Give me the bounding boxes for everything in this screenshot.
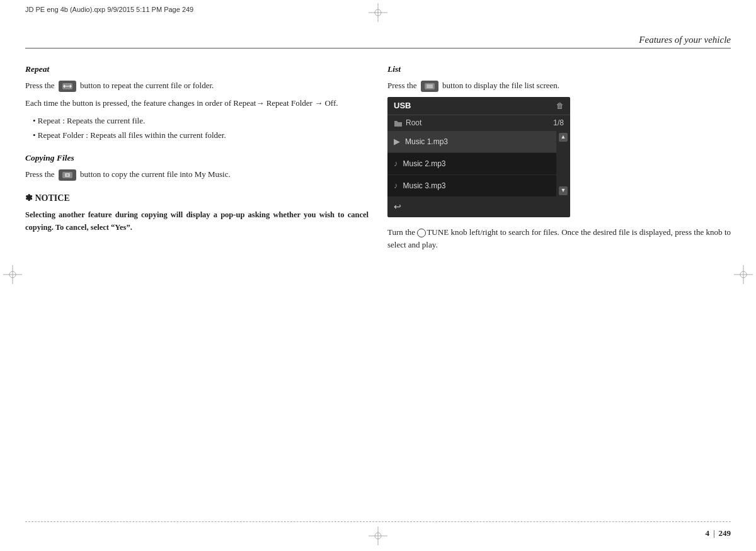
usb-file-list: ▶ Music 1.mp3 ♪ Music 2.mp3 ♪ Music 3.mp… — [387, 131, 570, 197]
right-column: List Press the button to display the fil… — [387, 63, 731, 507]
copy-button-icon — [59, 169, 76, 181]
copying-heading: Copying Files — [25, 152, 369, 165]
usb-bottom-bar: ↩ — [387, 197, 570, 217]
list-para1: Press the button to display the file lis… — [387, 79, 731, 92]
page-number: 4 | 249 — [705, 528, 731, 538]
copying-para: Press the button to copy the current fil… — [25, 168, 369, 181]
usb-item-2-name: Music 2.mp3 — [403, 158, 446, 170]
usb-count: 1/8 — [553, 117, 564, 129]
repeat-para1-prefix: Press the — [25, 81, 55, 90]
list-para2-prefix: Turn the — [387, 227, 415, 237]
list-para2: Turn the TUNE knob left/right to search … — [387, 226, 731, 251]
list-heading: List — [387, 63, 731, 76]
tune-label: TUNE — [427, 227, 449, 237]
repeat-para1: Press the button to repeat the current f… — [25, 79, 369, 92]
notice-body: Selecting another feature during copying… — [25, 208, 369, 234]
repeat-heading: Repeat — [25, 63, 369, 76]
section-title: Features of your vehicle — [639, 35, 731, 45]
repeat-bullets: • Repeat : Repeats the current file. • R… — [33, 115, 369, 142]
usb-folder-name: Root — [394, 117, 421, 129]
repeat-button-icon — [59, 81, 76, 92]
usb-item-3-name: Music 3.mp3 — [403, 180, 446, 192]
list-para1-prefix: Press the — [387, 81, 417, 90]
usb-screen: USB 🗑 Root 1/8 ▶ Music 1.mp3 — [387, 97, 570, 217]
crosshair-left — [3, 265, 22, 287]
page-num: 249 — [719, 528, 731, 538]
usb-item-3: ♪ Music 3.mp3 — [387, 175, 570, 197]
doc-header: JD PE eng 4b (Audio).qxp 9/9/2015 5:11 P… — [25, 5, 731, 14]
scroll-down-arrow: ▼ — [559, 186, 568, 195]
footer: 4 | 249 — [25, 521, 731, 538]
usb-top-bar: USB 🗑 — [387, 97, 570, 115]
notice-section: ✽ NOTICE Selecting another feature durin… — [25, 191, 369, 234]
chapter-number: 4 — [705, 528, 709, 538]
section-header: Features of your vehicle — [25, 35, 731, 48]
repeat-para2: Each time the button is pressed, the fea… — [25, 97, 369, 110]
page-separator: | — [713, 528, 715, 538]
copying-text: button to copy the current file into My … — [80, 169, 231, 179]
usb-label: USB — [394, 99, 411, 112]
usb-item-1-name: Music 1.mp3 — [405, 136, 448, 148]
doc-info: JD PE eng 4b (Audio).qxp 9/9/2015 5:11 P… — [25, 5, 193, 14]
main-content: Repeat Press the button to repeat the cu… — [25, 63, 731, 507]
list-button-icon — [421, 81, 438, 92]
usb-item-2: ♪ Music 2.mp3 — [387, 153, 570, 175]
playing-icon: ▶ — [394, 135, 400, 148]
usb-item-1: ▶ Music 1.mp3 — [387, 131, 570, 153]
notice-heading: ✽ NOTICE — [25, 191, 369, 205]
music-icon-2: ♪ — [394, 157, 398, 170]
left-column: Repeat Press the button to repeat the cu… — [25, 63, 369, 507]
bullet-item-1: • Repeat : Repeats the current file. — [33, 115, 369, 127]
music-icon-3: ♪ — [394, 179, 398, 192]
crosshair-right — [734, 265, 753, 287]
usb-scrollbar: ▲ ▼ — [556, 131, 570, 197]
bullet-item-2: • Repeat Folder : Repeats all files with… — [33, 129, 369, 142]
scroll-up-arrow: ▲ — [559, 133, 568, 142]
copying-prefix: Press the — [25, 169, 55, 179]
usb-back-button: ↩ — [394, 200, 401, 214]
usb-folder-bar: Root 1/8 — [387, 115, 570, 131]
usb-trash-icon: 🗑 — [556, 100, 564, 112]
tune-knob-icon — [417, 229, 426, 237]
repeat-para1-text: button to repeat the current file or fol… — [80, 81, 214, 90]
list-para1-text: button to display the file list screen. — [442, 81, 559, 90]
